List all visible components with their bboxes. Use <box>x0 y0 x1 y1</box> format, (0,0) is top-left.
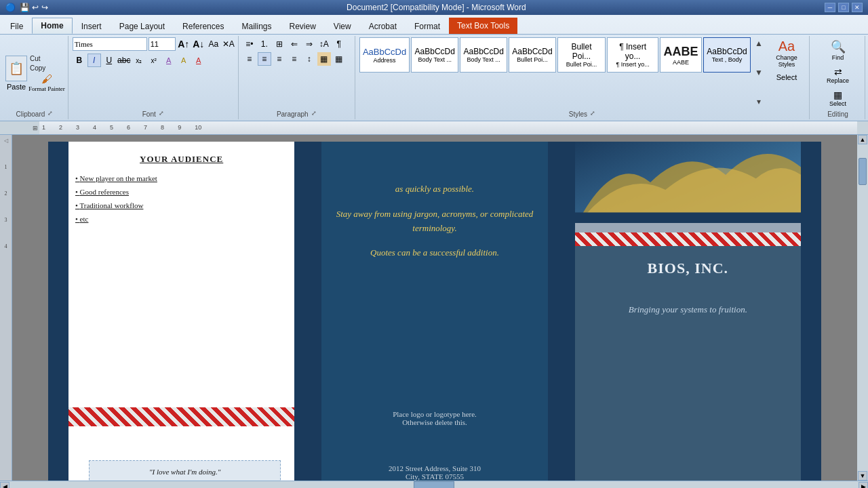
select-button[interactable]: Select <box>774 72 800 83</box>
font-name-input[interactable] <box>73 37 147 51</box>
multilevel-list-button[interactable]: ⊞ <box>273 37 286 51</box>
style-bullet-1[interactable]: AaBbCcDd Bullet Poi... <box>509 37 556 73</box>
minimize-button[interactable]: ─ <box>825 3 835 12</box>
style-bullet-1-preview: AaBbCcDd <box>512 47 552 56</box>
show-formatting-button[interactable]: ¶ <box>332 37 346 51</box>
styles-scroll-up-button[interactable]: ▲ <box>752 37 766 50</box>
horizontal-scrollbar[interactable]: ◀ ▶ <box>0 481 868 488</box>
subscript-button[interactable]: x₂ <box>132 54 146 67</box>
editing-label: Editing <box>814 109 862 118</box>
shrink-font-button[interactable]: A↓ <box>192 37 205 51</box>
grow-font-button[interactable]: A↑ <box>177 37 191 51</box>
quote-box: "I love what I'm doing." Mark Lee, CEO <box>89 460 281 481</box>
tab-review[interactable]: Review <box>280 18 324 34</box>
select-all-button[interactable]: ▦ Select <box>814 87 862 109</box>
scroll-left-button[interactable]: ◀ <box>0 482 9 489</box>
h-scroll-thumb[interactable] <box>414 481 454 488</box>
clear-format-button[interactable]: ✕A <box>222 37 235 51</box>
vertical-scrollbar[interactable]: ▲ ▼ <box>857 135 868 481</box>
style-heading[interactable]: AABE AABE <box>660 37 702 73</box>
styles-expand-icon[interactable]: ⤢ <box>589 110 597 118</box>
editing-group: 🔍 Find ⇄ Replace ▦ Select Editing <box>811 36 865 119</box>
strikethrough-button[interactable]: abc <box>117 54 131 67</box>
style-insert[interactable]: ¶ Insert yo... ¶ Insert yo... <box>607 37 658 73</box>
scroll-track <box>9 481 859 488</box>
clipboard-inner: 📋 Paste Cut Copy 🖌 Format Painter <box>5 37 65 108</box>
panel-2-address-2: City, STATE 07555 <box>367 472 502 481</box>
styles-group: AaBbCcDd Address AaBbCcDd Body Text ... … <box>357 36 810 119</box>
tab-file[interactable]: File <box>1 18 32 34</box>
paste-button[interactable]: 📋 Paste <box>5 56 27 91</box>
scroll-up-button[interactable]: ▲ <box>858 135 867 144</box>
panel-2-text-3: Quotes can be a successful addition. <box>335 246 534 260</box>
increase-indent-button[interactable]: ⇒ <box>302 37 316 51</box>
align-right-button[interactable]: ≡ <box>273 52 286 66</box>
tab-insert[interactable]: Insert <box>73 18 111 34</box>
style-body-text-2[interactable]: AaBbCcDd Body Text ... <box>460 37 507 73</box>
panel-1-content: YOUR AUDIENCE New player on the market G… <box>68 142 294 226</box>
numbering-button[interactable]: 1. <box>258 37 271 51</box>
tab-home[interactable]: Home <box>32 18 72 34</box>
copy-button[interactable]: Copy <box>28 64 65 73</box>
tab-view[interactable]: View <box>325 18 360 34</box>
font-size-input[interactable] <box>149 37 176 51</box>
tab-textbox-tools[interactable]: Text Box Tools <box>449 18 517 34</box>
tab-acrobat[interactable]: Acrobat <box>360 18 406 34</box>
font-color-button[interactable]: A <box>192 54 205 67</box>
align-center-button[interactable]: ≡ <box>258 52 271 66</box>
tab-references[interactable]: References <box>174 18 233 34</box>
style-heading-preview: AABE <box>664 45 698 59</box>
scroll-right-button[interactable]: ▶ <box>859 482 868 489</box>
justify-button[interactable]: ≡ <box>288 52 301 66</box>
line-spacing-button[interactable]: ↕ <box>302 52 316 66</box>
change-case-button[interactable]: Aa <box>207 37 220 51</box>
tab-mailings[interactable]: Mailings <box>233 18 280 34</box>
style-bullet-2[interactable]: Bullet Poi... Bullet Poi... <box>557 37 606 73</box>
superscript-button[interactable]: x² <box>147 54 161 67</box>
replace-label: Replace <box>827 77 849 84</box>
bullets-button[interactable]: ≡• <box>243 37 256 51</box>
title-bar-left: 🔵 💾 ↩ ↪ <box>5 3 48 12</box>
style-address[interactable]: AaBbCcDd Address <box>359 37 410 73</box>
clipboard-label: Clipboard ⤢ <box>5 108 65 118</box>
font-expand-icon[interactable]: ⤢ <box>157 110 165 118</box>
highlight-button[interactable]: A <box>177 54 191 67</box>
shading-button[interactable]: ▦ <box>317 52 331 66</box>
scroll-down-button[interactable]: ▼ <box>858 471 867 481</box>
cut-button[interactable]: Cut <box>28 54 65 63</box>
replace-button[interactable]: ⇄ Replace <box>814 64 862 86</box>
ruler-corner[interactable]: ⊞ <box>33 125 38 131</box>
maximize-button[interactable]: □ <box>838 3 849 12</box>
style-bullet-2-preview: Bullet Poi... <box>562 42 601 61</box>
paragraph-expand-icon[interactable]: ⤢ <box>310 110 318 118</box>
text-effects-button[interactable]: A <box>162 54 176 67</box>
panel-2-logo-text-1: Place logo or logotype here. <box>367 410 502 418</box>
format-painter-button[interactable]: 🖌 Format Painter <box>28 73 65 92</box>
find-button[interactable]: 🔍 Find <box>814 37 862 63</box>
decrease-indent-button[interactable]: ⇐ <box>288 37 301 51</box>
quick-access: 💾 ↩ ↪ <box>20 3 48 12</box>
para-row1: ≡• 1. ⊞ ⇐ ⇒ ↕A ¶ <box>243 37 352 51</box>
bold-button[interactable]: B <box>73 54 86 67</box>
close-button[interactable]: ✕ <box>852 3 863 12</box>
panel-2-logo-text-2: Otherwise delete this. <box>367 418 502 426</box>
italic-button[interactable]: I <box>87 54 101 67</box>
tab-format[interactable]: Format <box>406 18 449 34</box>
select-all-icon: ▦ <box>833 89 842 100</box>
align-left-button[interactable]: ≡ <box>243 52 256 66</box>
clipboard-expand-icon[interactable]: ⤢ <box>46 110 54 118</box>
pages-area[interactable]: YOUR AUDIENCE New player on the market G… <box>12 135 857 481</box>
tabs-row: File Home Insert Page Layout References … <box>0 15 868 34</box>
sort-button[interactable]: ↕A <box>317 37 331 51</box>
style-text-body[interactable]: AaBbCcDd Text , Body <box>703 37 751 73</box>
styles-more-button[interactable]: ▾ <box>752 96 766 108</box>
scroll-thumb[interactable] <box>859 158 867 185</box>
change-styles-button[interactable]: Aa Change Styles <box>767 37 806 69</box>
ruler-marks: 1 2 3 4 5 6 7 8 9 10 <box>39 124 857 131</box>
tab-page-layout[interactable]: Page Layout <box>111 18 174 34</box>
styles-scroll-down-button[interactable]: ▼ <box>752 66 766 79</box>
underline-button[interactable]: U <box>102 54 116 67</box>
style-body-text-1[interactable]: AaBbCcDd Body Text ... <box>411 37 458 73</box>
panel-3: BIOS, INC. Bringing your systems to frui… <box>561 142 821 481</box>
borders-button[interactable]: ▦ <box>332 52 346 66</box>
